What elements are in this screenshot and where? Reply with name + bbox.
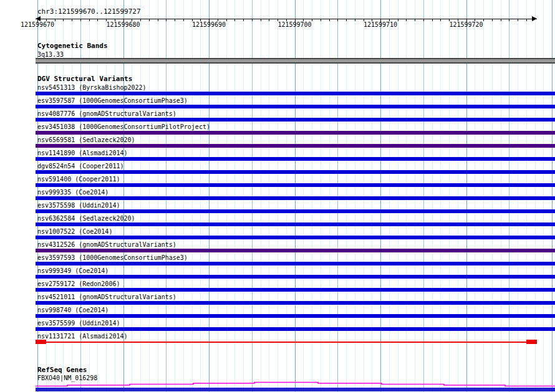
gene-exon-bar[interactable] (36, 388, 555, 391)
genome-browser-view: chr3:121599670..121599727 12159967012159… (0, 0, 555, 392)
gene-intron-connector[interactable] (0, 0, 555, 392)
